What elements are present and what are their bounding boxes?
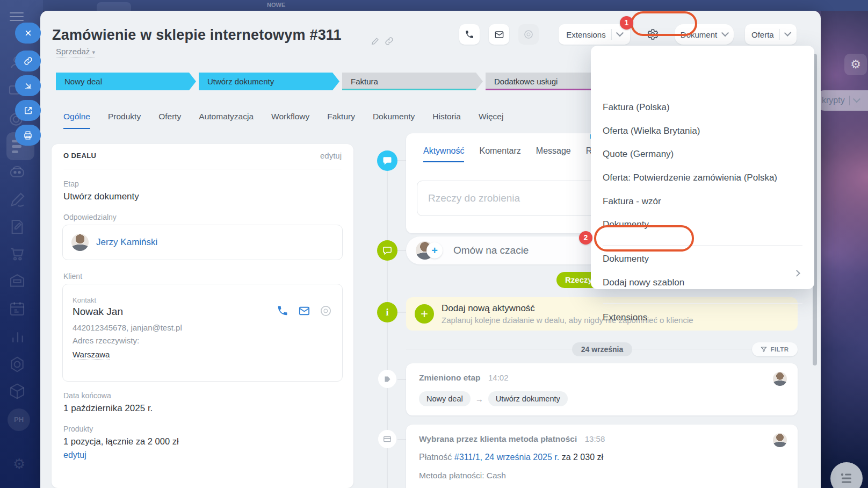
menu-item-faktura-wzor[interactable]: Faktura - wzór: [603, 190, 801, 213]
tag-icon: [384, 375, 392, 383]
payment-row: Płatność #311/1, 24 września 2025 r. za …: [419, 453, 603, 462]
divider: [63, 169, 342, 169]
filter-button[interactable]: FILTR: [752, 342, 798, 356]
divider: [779, 29, 780, 40]
menu-item-dodaj-nowy-szablon[interactable]: Dodaj nowy szablon: [603, 271, 801, 294]
timeline-connector: [397, 379, 406, 380]
stage-nowy-deal[interactable]: Nowy deal: [56, 73, 196, 90]
entry-title: Wybrana przez klienta metoda płatności: [419, 434, 577, 443]
tab-workflowy[interactable]: Workflowy: [271, 112, 309, 129]
printer-icon: [23, 131, 33, 140]
tab-oferty[interactable]: Oferty: [158, 112, 181, 129]
avatar: [773, 372, 787, 386]
tab-produkty[interactable]: Produkty: [108, 112, 141, 129]
divider: [611, 29, 612, 40]
skrypty-button[interactable]: krypty: [814, 90, 868, 111]
feed-tab-aktywnosc[interactable]: Aktywność: [423, 146, 464, 162]
products-label: Produkty: [63, 425, 93, 433]
print-button[interactable]: [15, 125, 41, 146]
menu-item-extensions[interactable]: Extensions: [603, 306, 801, 329]
ghost-robot-icon: [9, 163, 26, 179]
chevron-down-icon: [853, 95, 860, 103]
menu-hamburger-icon[interactable]: [10, 12, 24, 24]
list-icon: [840, 471, 853, 485]
mail-icon: [494, 30, 504, 40]
chat-row-label: Omów na czacie: [453, 245, 529, 256]
contact-call-icon[interactable]: [277, 305, 288, 319]
stage-timeline-icon: [378, 370, 396, 388]
feed-entry-payment[interactable]: Wybrana przez klienta metoda płatności 1…: [406, 425, 798, 488]
extensions-button[interactable]: Extensions: [559, 24, 630, 45]
entry-header: Wybrana przez klienta metoda płatności 1…: [419, 434, 605, 444]
responsible-name-link[interactable]: Jerzy Kamiński: [96, 237, 157, 248]
stage-faktura[interactable]: Faktura: [342, 73, 483, 90]
ghost-calendar-icon: [9, 300, 26, 317]
divider: [849, 96, 850, 105]
payment-link[interactable]: #311/1, 24 września 2025 r.: [454, 453, 559, 462]
menu-item-oferta-wielka-brytania[interactable]: Oferta (Wielka Brytania): [603, 119, 801, 142]
etap-label: Etap: [63, 180, 79, 188]
background-gear-button[interactable]: ⚙: [844, 54, 867, 75]
end-date-value: 1 października 2025 r.: [63, 403, 153, 414]
menu-item-quote-germany[interactable]: Quote (Germany): [603, 142, 801, 166]
ghost-cube-icon: [9, 383, 26, 400]
chevron-down-icon: [721, 29, 729, 37]
top-bar-nowe-badge: NOWE: [267, 2, 285, 8]
deal-tabs: Ogólne Produkty Oferty Automatyzacja Wor…: [63, 112, 503, 129]
contact-mail-icon[interactable]: [298, 305, 310, 319]
oferta-button[interactable]: Oferta: [745, 24, 797, 45]
ph-avatar-badge: PH: [8, 408, 30, 431]
close-slider-button[interactable]: [15, 23, 41, 44]
phone-icon: [465, 30, 474, 39]
menu-item-faktura-polska[interactable]: Faktura (Polska): [603, 96, 801, 119]
stage-change-row: Nowy deal → Utwórz dokumenty: [419, 391, 568, 406]
products-edit-link[interactable]: edytuj: [63, 450, 86, 460]
address-label: Adres rzeczywisty:: [73, 336, 139, 345]
ghost-garage-icon: [9, 272, 26, 289]
timeline-connector: [397, 160, 406, 161]
gear-icon: ⚙: [850, 58, 861, 71]
link-icon: [24, 56, 33, 66]
products-value: 1 pozycja, łącznie za 2 000 zł: [63, 436, 179, 447]
minimize-button[interactable]: [15, 75, 41, 96]
edit-deal-link[interactable]: edytuj: [320, 151, 342, 160]
open-new-window-button[interactable]: [15, 100, 41, 121]
client-label: Klient: [63, 272, 82, 281]
tab-historia[interactable]: Historia: [432, 112, 461, 129]
feed-tab-message[interactable]: Message: [536, 146, 571, 162]
annotation-step-2-badge: 2: [579, 231, 592, 245]
payment-method: Metoda płatności: Cash: [419, 471, 506, 480]
annotation-ring-dokument: [631, 11, 697, 36]
page-title: Zamówienie w sklepie internetowym #311: [52, 27, 342, 44]
date-pill: 24 września: [572, 342, 632, 356]
contact-openchannel-icon[interactable]: [320, 305, 332, 319]
contact-details[interactable]: 442012345678, janjan@test.pl: [73, 323, 182, 332]
plus-icon: +: [415, 304, 434, 324]
copy-link-icon[interactable]: [385, 37, 394, 48]
deal-info-card: O DEALU edytuj Etap Utwórz dokumenty Odp…: [52, 144, 353, 488]
stage-utworz-dokumenty[interactable]: Utwórz dokumenty: [199, 73, 339, 90]
sync-1c-button[interactable]: [518, 24, 539, 45]
copy-link-button[interactable]: [15, 51, 41, 71]
menu-item-oferta-potwierdzenie[interactable]: Oferta: Potwierdzenie zamówienia (Polska…: [603, 166, 801, 189]
chat-timeline-icon: [377, 240, 397, 261]
email-button[interactable]: [489, 24, 509, 45]
pipeline-selector[interactable]: Sprzedaż ▾: [56, 47, 95, 58]
payment-timeline-icon: [378, 430, 396, 448]
edit-title-icon[interactable]: [371, 37, 380, 48]
feed-tab-komentarz[interactable]: Komentarz: [479, 146, 520, 162]
close-icon: [24, 29, 32, 37]
tab-ogolne[interactable]: Ogólne: [63, 112, 90, 129]
tab-wiecej[interactable]: Więcej: [479, 112, 504, 129]
tab-faktury[interactable]: Faktury: [327, 112, 355, 129]
caret-down-icon: ▾: [92, 49, 96, 55]
stage-to-pill: Utwórz dokumenty: [488, 391, 568, 406]
entry-header: Zmieniono etap 14:02: [419, 373, 509, 383]
contact-label: Kontakt: [73, 296, 96, 304]
tab-dokumenty[interactable]: Dokumenty: [373, 112, 415, 129]
contact-name[interactable]: Nowak Jan: [73, 306, 123, 318]
feed-entry-stage-change[interactable]: Zmieniono etap 14:02 Nowy deal → Utwórz …: [406, 363, 798, 415]
address-value[interactable]: Warszawa: [73, 350, 110, 360]
call-button[interactable]: [459, 24, 480, 45]
tab-automatyzacja[interactable]: Automatyzacja: [199, 112, 254, 129]
